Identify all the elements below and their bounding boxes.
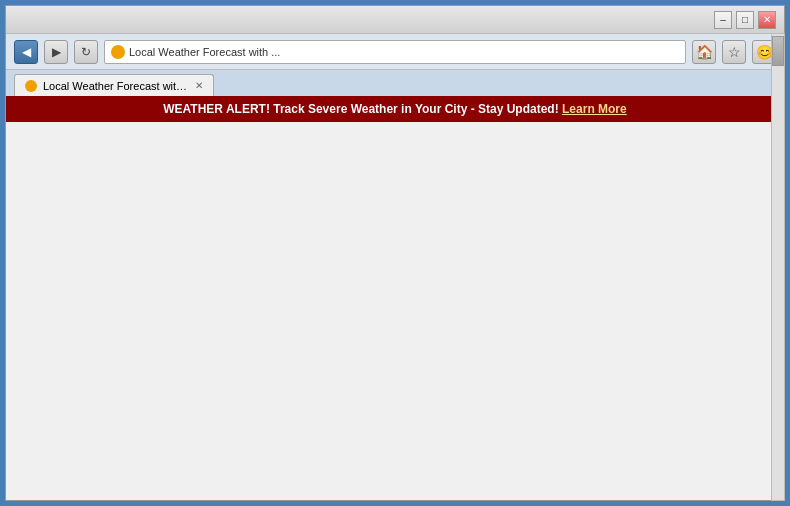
scrollbar[interactable] [771, 33, 785, 501]
alert-text: WEATHER ALERT! Track Severe Weather in Y… [163, 102, 558, 116]
title-bar: – □ ✕ [6, 6, 784, 34]
close-button[interactable]: ✕ [758, 11, 776, 29]
forward-button[interactable]: ▶ [44, 40, 68, 64]
star-button[interactable]: ☆ [722, 40, 746, 64]
refresh-button[interactable]: ↻ [74, 40, 98, 64]
back-button[interactable]: ◀ [14, 40, 38, 64]
alert-bar: WEATHER ALERT! Track Severe Weather in Y… [6, 96, 784, 122]
nav-bar: ◀ ▶ ↻ Local Weather Forecast with ... 🏠 … [6, 34, 784, 70]
learn-more-link[interactable]: Learn More [562, 102, 627, 116]
address-bar[interactable]: Local Weather Forecast with ... [104, 40, 686, 64]
tab-bar: Local Weather Forecast with ... ✕ [6, 70, 784, 96]
minimize-button[interactable]: – [714, 11, 732, 29]
maximize-button[interactable]: □ [736, 11, 754, 29]
title-bar-controls: – □ ✕ [714, 11, 776, 29]
tab-favicon [25, 80, 37, 92]
browser-tab[interactable]: Local Weather Forecast with ... ✕ [14, 74, 214, 96]
tab-label: Local Weather Forecast with ... [43, 80, 189, 92]
scrollbar-thumb[interactable] [772, 36, 784, 66]
home-button[interactable]: 🏠 [692, 40, 716, 64]
address-text: Local Weather Forecast with ... [129, 46, 280, 58]
favicon-icon [111, 45, 125, 59]
page-content: WEATHER ALERT! Track Severe Weather in Y… [6, 96, 784, 500]
browser-window: – □ ✕ ◀ ▶ ↻ Local Weather Forecast with … [5, 5, 785, 501]
tab-close-icon[interactable]: ✕ [195, 80, 203, 91]
